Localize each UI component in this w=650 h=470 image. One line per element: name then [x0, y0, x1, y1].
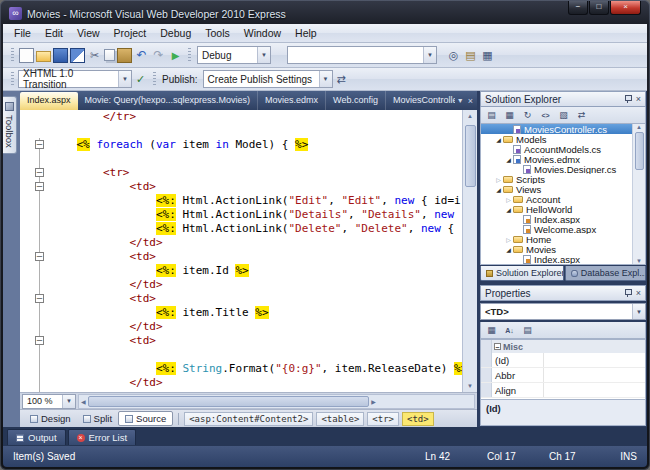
menu-item-view[interactable]: View — [70, 25, 107, 41]
code-line[interactable]: – <% foreach (var item in Model) { %> — [20, 138, 462, 152]
tree-item-account[interactable]: ▷Account — [481, 194, 632, 204]
close-icon[interactable]: × — [636, 288, 641, 298]
breadcrumb-tag[interactable]: <asp:Content#Content2> — [184, 412, 313, 426]
panel-tab-database-expl[interactable]: Database Expl... — [565, 266, 646, 281]
toolbar-grip-icon[interactable] — [11, 48, 14, 62]
close-button[interactable]: × — [610, 1, 641, 15]
start-debugging-icon[interactable] — [168, 48, 183, 63]
editor-vertical-scrollbar[interactable]: ▲ ▼ — [462, 110, 477, 392]
code-line[interactable]: </tr> — [20, 110, 462, 124]
code-line[interactable]: </td> — [20, 278, 462, 292]
property-row-align[interactable]: Align — [481, 383, 645, 398]
scrollbar-thumb[interactable] — [465, 125, 476, 187]
tree-item-index-aspx[interactable]: Index.aspx — [481, 254, 632, 264]
tree-item-accountmodels-cs[interactable]: AccountModels.cs — [481, 144, 632, 154]
chevron-down-icon[interactable]: ▼ — [257, 47, 270, 63]
target-schema-combobox[interactable]: XHTML 1.0 Transition ▼ — [18, 70, 132, 88]
code-line[interactable]: – <td> — [20, 180, 462, 194]
code-line[interactable] — [20, 124, 462, 138]
menu-item-tools[interactable]: Tools — [198, 25, 237, 41]
code-line[interactable]: </td> — [20, 376, 462, 390]
code-line[interactable]: – <td> — [20, 334, 462, 348]
property-value[interactable] — [544, 353, 645, 367]
collapse-arrow-icon[interactable]: ◢ — [504, 156, 513, 163]
tree-item-movies-designer-cs[interactable]: Movies.Designer.cs — [481, 164, 632, 174]
menu-item-edit[interactable]: Edit — [38, 25, 70, 41]
title-bar[interactable]: ∞ Movies - Microsoft Visual Web Develope… — [3, 3, 647, 24]
toolbox-tab[interactable]: Toolbox — [3, 96, 17, 154]
publish-settings-combobox[interactable]: Create Publish Settings ▼ — [203, 70, 333, 88]
categorized-icon[interactable] — [483, 323, 500, 337]
property-pages-icon[interactable] — [519, 323, 536, 337]
publish-tool-icon[interactable] — [334, 72, 349, 87]
toolbar-grip-icon[interactable] — [188, 48, 191, 62]
solution-explorer-titlebar[interactable]: Solution Explorer × — [480, 91, 646, 107]
toolbar-search-combobox[interactable]: ▼ — [287, 46, 437, 64]
panel-tab-output[interactable]: Output — [7, 429, 66, 445]
view-code-icon[interactable] — [537, 108, 554, 122]
code-lines[interactable]: </tr>– <% foreach (var item in Model) { … — [20, 110, 462, 392]
document-tab-web-config[interactable]: Web.config — [326, 91, 386, 110]
properties-tool-icon[interactable] — [480, 48, 495, 63]
menu-item-file[interactable]: File — [7, 25, 38, 41]
collapse-arrow-icon[interactable]: ◢ — [494, 186, 503, 193]
scroll-up-icon[interactable]: ▲ — [636, 124, 642, 130]
collapse-region-icon[interactable]: – — [35, 294, 44, 303]
refresh-icon[interactable] — [519, 108, 536, 122]
property-row-abbr[interactable]: Abbr — [481, 368, 645, 383]
scroll-down-icon[interactable]: ▼ — [467, 380, 473, 392]
expand-arrow-icon[interactable]: ▷ — [504, 236, 513, 243]
collapse-region-icon[interactable]: – — [35, 140, 44, 149]
new-web-site-icon[interactable] — [19, 48, 34, 63]
tree-item-welcome-aspx[interactable]: Welcome.aspx — [481, 224, 632, 234]
code-line[interactable]: <%: String.Format("{0:g}", item.ReleaseD… — [20, 362, 462, 376]
chevron-down-icon[interactable]: ▼ — [62, 395, 75, 408]
scroll-left-icon[interactable]: ◀ — [81, 398, 86, 405]
collapse-category-icon[interactable]: – — [494, 343, 501, 350]
scrollbar-thumb[interactable] — [635, 132, 644, 170]
document-tab-index-aspx[interactable]: Index.aspx — [20, 92, 78, 110]
tree-item-movies[interactable]: ◢Movies — [481, 244, 632, 254]
property-category[interactable]: –Misc — [481, 340, 645, 353]
source-view-button[interactable]: Source — [118, 411, 173, 426]
property-value[interactable] — [544, 368, 645, 382]
code-line[interactable]: – <td> — [20, 250, 462, 264]
document-tab-movies-edmx[interactable]: Movies.edmx — [258, 91, 326, 110]
chevron-down-icon[interactable]: ▼ — [423, 47, 436, 63]
properties-titlebar[interactable]: Properties × — [480, 285, 646, 301]
configuration-combobox[interactable]: Debug ▼ — [197, 46, 271, 64]
expand-arrow-icon[interactable]: ▷ — [494, 176, 503, 183]
breadcrumb-tag[interactable]: <td> — [402, 412, 434, 426]
chevron-down-icon[interactable]: ▼ — [319, 71, 332, 87]
code-line[interactable] — [20, 348, 462, 362]
chevron-down-icon[interactable]: ▼ — [632, 304, 645, 319]
editor-horizontal-scrollbar[interactable]: ◀ ▶ — [78, 394, 475, 409]
collapse-region-icon[interactable]: – — [35, 336, 44, 345]
property-row-id[interactable]: (Id) — [481, 353, 645, 368]
document-tab-movie-query-hexpo-sqlexpress-movies[interactable]: Movie: Query(hexpo...sqlexpress.Movies) — [78, 91, 259, 110]
open-file-icon[interactable] — [36, 51, 51, 62]
split-view-button[interactable]: Split — [77, 411, 118, 426]
paste-icon[interactable] — [117, 48, 132, 63]
find-icon[interactable] — [446, 48, 461, 63]
code-line[interactable]: <%: item.Id %> — [20, 264, 462, 278]
panel-tab-solution-explorer[interactable]: Solution Explorer — [480, 266, 564, 281]
scroll-right-icon[interactable]: ▶ — [371, 398, 376, 405]
code-line[interactable]: <%: Html.ActionLink("Edit", "Edit", new … — [20, 194, 462, 208]
maximize-button[interactable]: □ — [589, 1, 609, 15]
tree-item-scripts[interactable]: ▷Scripts — [481, 174, 632, 184]
cut-icon[interactable] — [87, 48, 102, 63]
pin-icon[interactable] — [624, 288, 632, 298]
menu-item-project[interactable]: Project — [107, 25, 154, 41]
close-document-icon[interactable]: × — [468, 96, 473, 106]
scroll-up-icon[interactable]: ▲ — [467, 110, 473, 122]
copy-web-site-icon[interactable] — [573, 108, 590, 122]
pin-icon[interactable] — [624, 94, 632, 104]
code-line[interactable]: <%: Html.ActionLink("Details", "Details"… — [20, 208, 462, 222]
save-icon[interactable] — [53, 48, 68, 63]
undo-icon[interactable] — [134, 48, 149, 63]
property-value[interactable] — [544, 383, 645, 397]
tree-item-home[interactable]: ▷Home — [481, 234, 632, 244]
breadcrumb-tag[interactable]: <tr> — [367, 412, 399, 426]
collapse-region-icon[interactable]: – — [35, 252, 44, 261]
